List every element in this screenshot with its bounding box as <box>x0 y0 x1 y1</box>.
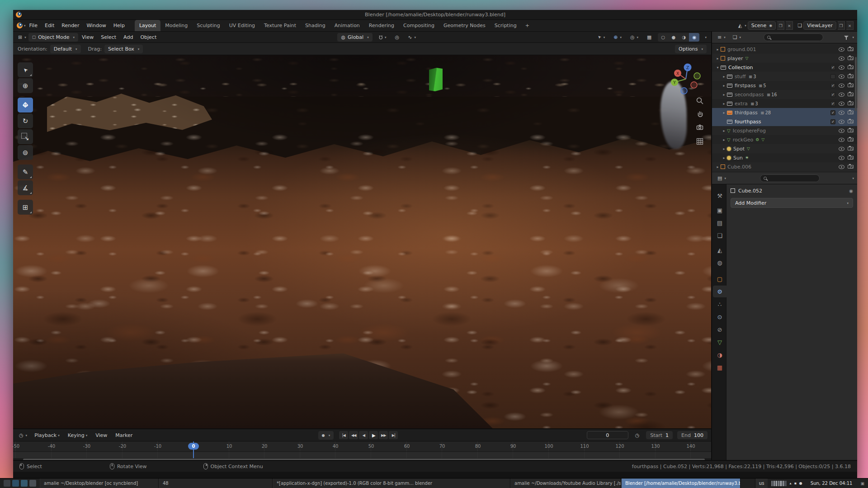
new-viewlayer-button[interactable]: ❐ <box>838 21 845 30</box>
move-tool[interactable]: ↔↕ <box>18 98 33 113</box>
eye-icon[interactable] <box>839 102 844 106</box>
play-button[interactable]: ▶ <box>369 431 378 439</box>
snapping-toggle[interactable]: Ω <box>377 34 389 40</box>
camera-visibility-icon[interactable] <box>848 84 854 87</box>
outliner-editor-button[interactable]: ≡ <box>715 34 728 40</box>
tab-render[interactable]: ▣ <box>713 204 726 216</box>
eye-icon[interactable] <box>839 75 844 79</box>
transform-tool[interactable]: ⊚ <box>18 145 33 160</box>
outliner-row[interactable]: ▽rockGeo⚙▽ <box>712 135 857 144</box>
transform-orientation-dropdown[interactable]: ◍Global <box>337 33 372 42</box>
menu-keying[interactable]: Keying <box>65 432 90 438</box>
menu-object[interactable]: Object <box>137 34 160 40</box>
camera-visibility-icon[interactable] <box>848 120 854 123</box>
pin-icon[interactable]: ◉ <box>849 188 853 193</box>
green-plane-object[interactable] <box>429 68 443 91</box>
menu-help[interactable]: Help <box>110 23 128 28</box>
tab-physics[interactable]: ⊙ <box>713 311 726 323</box>
camera-visibility-icon[interactable] <box>848 47 854 51</box>
tab-modifiers[interactable]: ⚙ <box>713 286 726 297</box>
outliner-row[interactable]: Cube.006 <box>712 162 857 171</box>
shading-wireframe-button[interactable]: ○ <box>658 33 668 42</box>
taskbar-window-button[interactable]: *[application-x-dgn] (exported)-1.0 (RGB… <box>273 479 510 488</box>
eye-icon[interactable] <box>839 56 844 61</box>
camera-visibility-icon[interactable] <box>848 156 854 160</box>
eye-icon[interactable] <box>839 66 844 70</box>
menu-render[interactable]: Render <box>58 23 83 28</box>
checkbox-icon[interactable] <box>830 74 835 79</box>
outliner-row[interactable]: Sun☀ <box>712 153 857 162</box>
eye-icon[interactable] <box>839 147 844 151</box>
tab-object[interactable]: ▢ <box>713 273 726 285</box>
expand-icon[interactable] <box>721 129 727 133</box>
expand-icon[interactable] <box>721 93 727 97</box>
tab-particles[interactable]: ∴ <box>713 298 726 310</box>
orthographic-grid-button[interactable] <box>694 136 706 147</box>
current-frame-field[interactable]: 0 <box>587 431 628 439</box>
pan-hand-button[interactable] <box>694 108 706 120</box>
menu-edit[interactable]: Edit <box>41 23 58 28</box>
annotate-tool[interactable]: ✎ <box>18 164 33 179</box>
menu-window[interactable]: Window <box>83 23 109 28</box>
expand-icon[interactable] <box>721 75 727 79</box>
add-workspace-button[interactable]: + <box>521 20 533 31</box>
tray-icon[interactable]: ▪ <box>794 481 796 485</box>
menu-file[interactable]: File <box>26 23 41 28</box>
add-modifier-button[interactable]: Add Modifier <box>731 198 853 208</box>
orientation-dropdown[interactable]: Default <box>50 45 81 53</box>
checkbox-icon[interactable] <box>830 101 835 106</box>
scene-icon[interactable]: ◭ <box>738 23 742 28</box>
tab-modeling[interactable]: Modeling <box>160 20 192 31</box>
expand-icon[interactable] <box>715 165 721 169</box>
outliner-row[interactable]: player▽ <box>712 54 857 63</box>
overlays-dropdown[interactable]: ◎ <box>628 34 641 40</box>
camera-visibility-icon[interactable] <box>848 111 854 114</box>
outliner-row[interactable]: secondpass ▦16 <box>712 90 857 99</box>
viewlayer-icon[interactable]: ❏ <box>797 23 802 28</box>
viewport-3d[interactable]: ➤ ⊕ ↔↕ ↻ ↘ ⊚ ✎ ∡ ⊞ Z X <box>13 55 711 428</box>
menu-view[interactable]: View <box>78 34 97 40</box>
gizmos-dropdown[interactable]: ⊕ <box>611 34 624 40</box>
shading-solid-button[interactable]: ● <box>668 33 679 42</box>
tab-view-layer[interactable]: ❏ <box>713 230 726 241</box>
mode-dropdown[interactable]: ▢Object Mode <box>28 33 78 42</box>
eye-icon[interactable] <box>839 165 844 169</box>
chevron-down-icon[interactable] <box>851 175 854 181</box>
tab-sculpting[interactable]: Sculpting <box>192 20 224 31</box>
tab-scene[interactable]: ◭ <box>713 244 726 256</box>
eye-icon[interactable] <box>839 120 844 124</box>
expand-icon[interactable] <box>715 66 721 70</box>
pin-icon[interactable]: ◉ <box>769 23 772 28</box>
eye-icon[interactable] <box>839 84 844 88</box>
timeline-track[interactable] <box>13 452 711 458</box>
outliner-row[interactable]: Spot▽ <box>712 144 857 153</box>
outliner-row[interactable]: extra ▦3 <box>712 99 857 108</box>
tab-object-data[interactable]: ▽ <box>713 336 726 348</box>
scene-name-field[interactable]: Scene◉ <box>748 21 776 30</box>
next-keyframe-button[interactable]: ▶▶ <box>379 431 388 439</box>
checkbox-icon[interactable] <box>830 119 835 124</box>
taskbar-app-icon[interactable] <box>29 480 36 487</box>
eye-icon[interactable] <box>839 111 844 115</box>
menu-marker[interactable]: Marker <box>112 432 136 438</box>
measure-tool[interactable]: ∡ <box>18 180 33 195</box>
tray-icon[interactable]: ● <box>799 481 802 485</box>
add-cube-tool[interactable]: ⊞ <box>18 200 33 215</box>
viewlayer-name-field[interactable]: ViewLayer <box>803 21 836 30</box>
falloff-dropdown[interactable]: ∿ <box>406 34 418 40</box>
camera-visibility-icon[interactable] <box>848 56 854 60</box>
chevron-down-icon[interactable] <box>703 34 707 40</box>
camera-view-button[interactable] <box>694 121 706 133</box>
eye-icon[interactable] <box>839 129 844 133</box>
menu-add[interactable]: Add <box>120 34 137 40</box>
shading-material-button[interactable]: ◑ <box>679 33 689 42</box>
tray-end-icon[interactable]: ▣ <box>857 479 868 488</box>
proportional-editing-toggle[interactable]: ◎ <box>393 34 402 40</box>
tab-uv-editing[interactable]: UV Editing <box>225 20 259 31</box>
outliner-row[interactable]: stuff ▦3 <box>712 72 857 81</box>
outliner-row[interactable]: ground.001 <box>712 45 857 54</box>
tab-geometry-nodes[interactable]: Geometry Nodes <box>439 20 490 31</box>
taskbar-window-button[interactable]: amalie ~/Desktop/blender [oc syncblend] <box>40 479 159 488</box>
camera-visibility-icon[interactable] <box>848 165 854 169</box>
taskbar-window-button[interactable]: amalie ~/Downloads/Youtube Audio Library… <box>510 479 621 488</box>
